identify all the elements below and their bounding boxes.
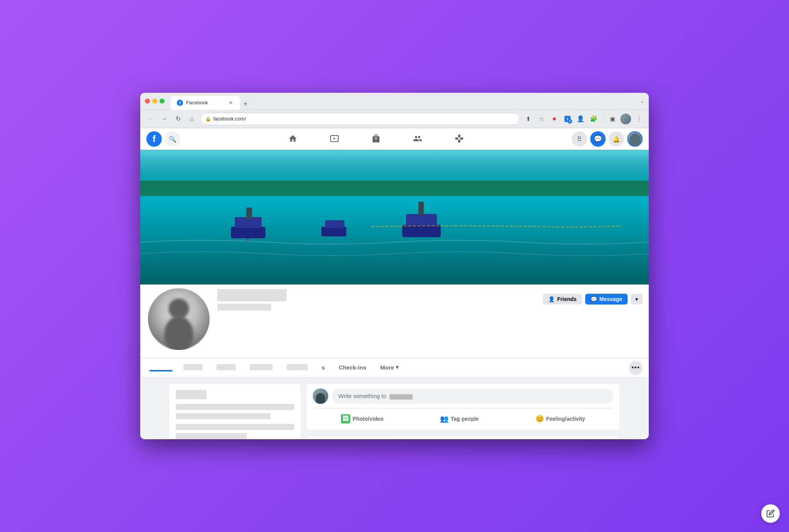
profile-avatar-large[interactable] xyxy=(146,287,211,351)
post-actions-row: 🖼 Photo/video 👥 Tag people 😊 Feeling/act… xyxy=(313,408,613,426)
sidebar-text-4 xyxy=(176,433,247,439)
profile-subtext-blurred xyxy=(217,304,271,311)
tabs-options-button[interactable]: ••• xyxy=(629,361,643,375)
svg-rect-14 xyxy=(418,202,424,215)
home-button[interactable]: ⌂ xyxy=(186,114,197,124)
svg-rect-8 xyxy=(246,207,252,219)
post-avatar-image xyxy=(313,388,328,404)
browser-window: f Facebook ✕ + ⌄ ← → ↻ ⌂ xyxy=(140,93,649,439)
nav-messenger-button[interactable]: 💬 xyxy=(590,131,606,147)
reload-button[interactable]: ↻ xyxy=(173,114,183,124)
feeling-activity-button[interactable]: 😊 Feeling/activity xyxy=(531,412,590,426)
separator xyxy=(603,115,603,123)
menu-button[interactable]: ⋮ xyxy=(633,114,644,124)
messenger-icon: 💬 xyxy=(591,296,597,302)
svg-point-16 xyxy=(168,298,189,319)
sidebar-intro-title xyxy=(176,390,206,399)
photo-icon: 🖼 xyxy=(341,414,350,423)
svg-rect-11 xyxy=(325,220,344,228)
nav-gaming[interactable] xyxy=(440,130,478,148)
friends-button[interactable]: 👤 Friends xyxy=(543,294,582,304)
tab-title: Facebook xyxy=(186,100,208,105)
svg-rect-6 xyxy=(231,227,265,238)
photo-video-button[interactable]: 🖼 Photo/video xyxy=(336,412,388,426)
sidebar-text-1 xyxy=(176,404,294,410)
tab-close-button[interactable]: ✕ xyxy=(228,100,234,106)
tab-dropdown-button[interactable]: ⌄ xyxy=(640,99,644,104)
svg-rect-12 xyxy=(402,225,441,237)
bookmark-button[interactable]: ☆ xyxy=(536,114,547,124)
sidebar-intro xyxy=(170,384,300,439)
post-input-field[interactable]: Write something to xyxy=(332,388,613,404)
nav-marketplace[interactable] xyxy=(357,130,395,148)
nav-center xyxy=(180,130,572,148)
tab-blurred-post[interactable] xyxy=(177,359,209,377)
tab-blurred-s[interactable]: s xyxy=(316,359,331,377)
traffic-lights xyxy=(145,99,165,104)
profile-header-row: 👤 Friends 💬 Message ▾ xyxy=(146,284,643,351)
tag-people-button[interactable]: 👥 Tag people xyxy=(435,412,483,426)
nav-watch[interactable] xyxy=(315,130,354,148)
post-box: Write something to 🖼 Photo/video 👥 T xyxy=(307,384,619,430)
tab-blurred-photos[interactable] xyxy=(280,359,314,377)
back-button[interactable]: ← xyxy=(145,114,156,124)
browser-actions: ⬆ ☆ ● f 2 👤 🧩 ▣ ⋮ xyxy=(523,114,644,124)
facebook-navbar: f 🔍 xyxy=(140,128,649,150)
extension-2-button[interactable]: f 2 xyxy=(562,114,573,124)
forward-button[interactable]: → xyxy=(159,114,170,124)
profile-button[interactable] xyxy=(620,114,631,124)
address-bar-row: ← → ↻ ⌂ 🔒 facebook.com/ ⬆ ☆ ● f 2 xyxy=(140,110,649,128)
nav-right: ⠿ 💬 🔔 xyxy=(572,131,643,147)
left-sidebar xyxy=(170,384,300,439)
tab-blurred-about[interactable] xyxy=(210,359,242,377)
main-content: Write something to 🖼 Photo/video 👥 T xyxy=(163,378,626,439)
svg-rect-13 xyxy=(406,214,437,226)
svg-rect-5 xyxy=(140,181,649,196)
new-tab-button[interactable]: + xyxy=(240,99,251,110)
post-name-blur xyxy=(389,394,413,400)
tab-bar: f Facebook ✕ + xyxy=(168,93,637,110)
profile-avatar-small xyxy=(620,114,631,124)
tab-blurred-1[interactable] xyxy=(149,370,173,371)
address-field[interactable]: 🔒 facebook.com/ xyxy=(200,113,520,125)
profile-name-area xyxy=(217,289,543,311)
search-button[interactable]: 🔍 xyxy=(165,131,180,147)
user-avatar-nav[interactable] xyxy=(627,131,643,147)
extension-4-button[interactable]: 🧩 xyxy=(588,114,599,124)
tag-people-label: Tag people xyxy=(451,416,479,422)
profile-actions: 👤 Friends 💬 Message ▾ xyxy=(543,294,643,304)
main-feed: Write something to 🖼 Photo/video 👥 T xyxy=(307,384,619,439)
sidebar-button[interactable]: ▣ xyxy=(607,114,618,124)
sidebar-text-3 xyxy=(176,424,294,430)
feeling-icon: 😊 xyxy=(536,415,544,423)
tab-blurred-friends[interactable] xyxy=(243,359,279,377)
post-avatar-silhouette xyxy=(316,393,325,404)
active-tab[interactable]: f Facebook ✕ xyxy=(171,96,240,110)
nav-apps-button[interactable]: ⠿ xyxy=(572,131,587,147)
facebook-logo[interactable]: f xyxy=(146,131,162,147)
photo-video-label: Photo/video xyxy=(353,416,383,422)
extension-3-button[interactable]: 👤 xyxy=(575,114,586,124)
nav-notifications-button[interactable]: 🔔 xyxy=(609,131,624,147)
extension-1-button[interactable]: ● xyxy=(549,114,560,124)
screenshot-button[interactable]: ⬆ xyxy=(523,114,534,124)
cover-photo[interactable] xyxy=(140,150,649,284)
tab-more[interactable]: More ▾ xyxy=(374,358,405,377)
more-dropdown-button[interactable]: ▾ xyxy=(631,294,643,304)
tab-checkins[interactable]: Check-ins xyxy=(332,359,373,377)
facebook-page: f 🔍 xyxy=(140,128,649,439)
browser-title-bar: f Facebook ✕ + ⌄ xyxy=(140,93,649,110)
profile-info-section: 👤 Friends 💬 Message ▾ xyxy=(140,284,649,358)
message-button[interactable]: 💬 Message xyxy=(585,294,628,304)
nav-home[interactable] xyxy=(274,130,312,148)
svg-rect-10 xyxy=(321,227,346,236)
profile-tabs: s Check-ins More ▾ ••• xyxy=(140,358,649,378)
tag-people-icon: 👥 xyxy=(440,415,448,423)
post-avatar[interactable] xyxy=(313,388,328,404)
profile-name-blurred xyxy=(217,289,287,301)
friends-icon: 👤 xyxy=(548,296,555,302)
nav-friends[interactable] xyxy=(398,130,437,148)
maximize-traffic-light[interactable] xyxy=(159,99,165,104)
minimize-traffic-light[interactable] xyxy=(152,99,157,104)
close-traffic-light[interactable] xyxy=(145,99,150,104)
